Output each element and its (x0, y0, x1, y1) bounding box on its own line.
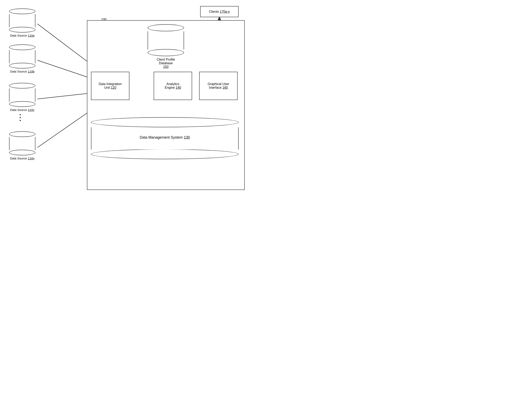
gui-box: Graphical UserInterface 160 (199, 72, 238, 100)
data-source-110a: Data Source 110a (9, 9, 35, 37)
data-source-110c: Data Source 110c (9, 83, 35, 111)
data-management-cylinder: Data Management System 130 (91, 117, 239, 159)
clients-box: Clients 170a-n (200, 6, 239, 17)
data-source-110b: Data Source 110b (9, 45, 35, 73)
diagram-container: 100 Clients 170a-n Client ProfileDatabas… (0, 0, 251, 194)
client-profile-db-cylinder: Client ProfileDatabase150 (148, 24, 184, 69)
data-integration-box: Data IntegrationUnit 120 (91, 72, 129, 100)
analytics-engine-box: AnalyticsEngine 140 (154, 72, 192, 100)
ellipsis-dots (20, 114, 21, 121)
data-source-110n: Data Source 110n (9, 131, 35, 160)
